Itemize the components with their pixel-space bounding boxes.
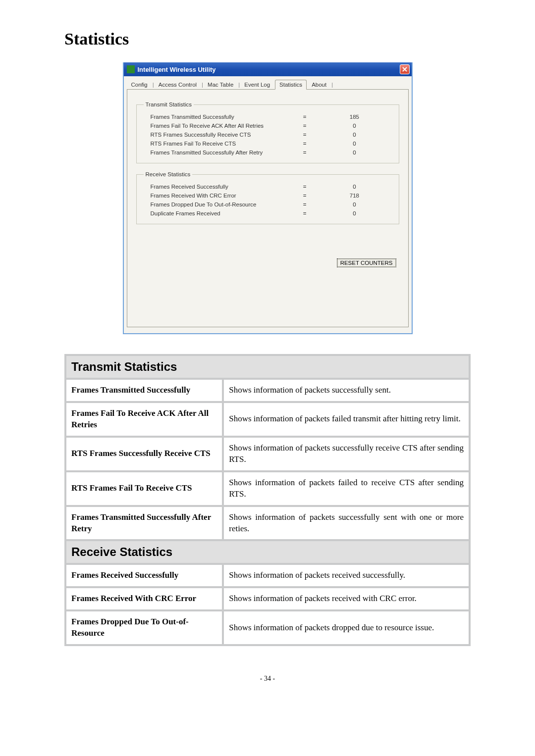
equals-sign: = [292, 193, 317, 199]
stat-label: RTS Frames Successfully Receive CTS [144, 132, 293, 138]
term: Frames Fail To Receive ACK After All Ret… [65, 402, 223, 437]
reset-counters-button[interactable]: RESET COUNTERS [337, 258, 396, 267]
stat-row: RTS Frames Successfully Receive CTS = 0 [144, 130, 392, 139]
description: Shows information of packets received su… [223, 564, 470, 587]
stat-row: Frames Received With CRC Error = 718 [144, 191, 392, 200]
description: Shows information of packets dropped due… [223, 610, 470, 645]
tab-mac-table[interactable]: Mac Table [203, 80, 238, 89]
stat-row: RTS Frames Fail To Receive CTS = 0 [144, 139, 392, 148]
tab-config[interactable]: Config [127, 80, 152, 89]
tabstrip: Config| Access Control| Mac Table| Event… [127, 78, 409, 90]
table-row: Frames Dropped Due To Out-of-Resource Sh… [65, 610, 470, 645]
transmit-section-header: Transmit Statistics [65, 355, 470, 379]
close-icon [402, 67, 407, 72]
term: Frames Received With CRC Error [65, 587, 223, 610]
stat-value: 185 [317, 114, 391, 120]
description: Shows information of packets failed tran… [223, 402, 470, 437]
tab-statistics[interactable]: Statistics [275, 80, 307, 90]
equals-sign: = [292, 123, 317, 129]
close-button[interactable] [400, 64, 410, 74]
stat-row: Frames Transmitted Successfully = 185 [144, 112, 392, 121]
description: Shows information of packets successfull… [223, 379, 470, 402]
equals-sign: = [292, 114, 317, 120]
equals-sign: = [292, 132, 317, 138]
tab-body: Transmit Statistics Frames Transmitted S… [127, 90, 409, 327]
stat-row: Frames Transmitted Successfully After Re… [144, 148, 392, 157]
page-number: - 34 - [64, 675, 471, 683]
receive-section-header: Receive Statistics [65, 540, 470, 564]
stat-label: Frames Received Successfully [144, 184, 293, 190]
transmit-legend: Transmit Statistics [144, 101, 194, 107]
equals-sign: = [292, 150, 317, 155]
dialog-title: Intelligent Wireless Utility [138, 66, 216, 73]
description: Shows information of packets successfull… [223, 506, 470, 541]
transmit-definitions-table: Transmit Statistics Frames Transmitted S… [64, 354, 471, 646]
stat-row: Frames Dropped Due To Out-of-Resource = … [144, 200, 392, 209]
stat-row: Duplicate Frames Received = 0 [144, 209, 392, 218]
stat-value: 718 [317, 193, 391, 199]
term: Frames Transmitted Successfully [65, 379, 223, 402]
transmit-statistics-group: Transmit Statistics Frames Transmitted S… [136, 101, 399, 163]
table-row: Frames Transmitted Successfully Shows in… [65, 379, 470, 402]
wireless-utility-dialog: Intelligent Wireless Utility Config| Acc… [123, 62, 413, 334]
receive-statistics-group: Receive Statistics Frames Received Succe… [136, 171, 399, 224]
stat-value: 0 [317, 210, 391, 216]
dialog-titlebar: Intelligent Wireless Utility [124, 62, 412, 76]
term: Frames Received Successfully [65, 564, 223, 587]
equals-sign: = [292, 210, 317, 216]
stat-label: RTS Frames Fail To Receive CTS [144, 141, 293, 147]
stat-value: 0 [317, 150, 391, 155]
table-row: RTS Frames Fail To Receive CTS Shows inf… [65, 471, 470, 506]
tab-about[interactable]: About [307, 80, 331, 89]
term: RTS Frames Fail To Receive CTS [65, 471, 223, 506]
equals-sign: = [292, 141, 317, 147]
tab-separator: | [331, 80, 333, 89]
stat-label: Frames Fail To Receive ACK After All Ret… [144, 123, 293, 129]
term: Frames Transmitted Successfully After Re… [65, 506, 223, 541]
stat-value: 0 [317, 202, 391, 207]
term: RTS Frames Successfully Receive CTS [65, 437, 223, 471]
stat-row: Frames Received Successfully = 0 [144, 182, 392, 191]
table-row: Frames Fail To Receive ACK After All Ret… [65, 402, 470, 437]
stat-label: Frames Transmitted Successfully After Re… [144, 150, 293, 155]
tab-access-control[interactable]: Access Control [154, 80, 201, 89]
stat-value: 0 [317, 123, 391, 129]
table-row: Frames Transmitted Successfully After Re… [65, 506, 470, 541]
stat-value: 0 [317, 184, 391, 190]
stat-label: Frames Transmitted Successfully [144, 114, 293, 120]
description: Shows information of packets successfull… [223, 437, 470, 471]
equals-sign: = [292, 202, 317, 207]
app-icon [127, 65, 135, 73]
table-row: Frames Received Successfully Shows infor… [65, 564, 470, 587]
stat-value: 0 [317, 141, 391, 147]
stat-label: Frames Dropped Due To Out-of-Resource [144, 202, 293, 207]
receive-legend: Receive Statistics [144, 171, 193, 177]
table-row: Frames Received With CRC Error Shows inf… [65, 587, 470, 610]
equals-sign: = [292, 184, 317, 190]
description: Shows information of packets failed to r… [223, 471, 470, 506]
stat-label: Frames Received With CRC Error [144, 193, 293, 199]
tab-event-log[interactable]: Event Log [240, 80, 274, 89]
stat-label: Duplicate Frames Received [144, 210, 293, 216]
stat-row: Frames Fail To Receive ACK After All Ret… [144, 121, 392, 130]
description: Shows information of packets received wi… [223, 587, 470, 610]
stat-value: 0 [317, 132, 391, 138]
page-title: Statistics [64, 30, 471, 49]
table-row: RTS Frames Successfully Receive CTS Show… [65, 437, 470, 471]
term: Frames Dropped Due To Out-of-Resource [65, 610, 223, 645]
